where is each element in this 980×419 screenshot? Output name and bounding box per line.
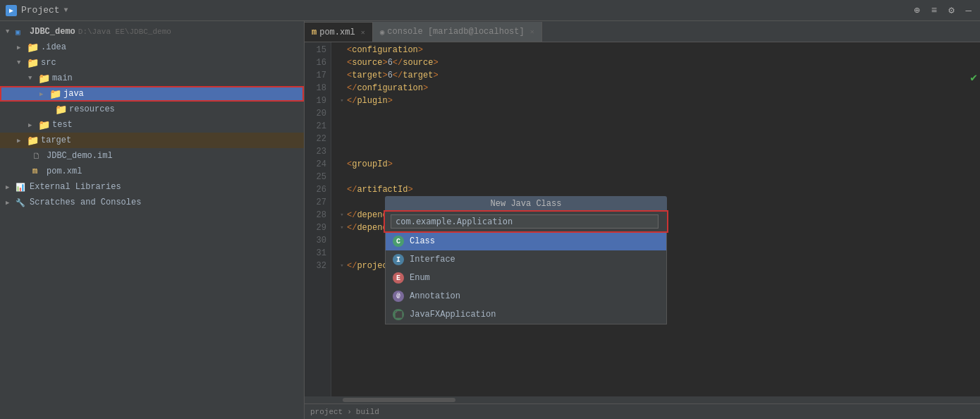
- project-dropdown-icon[interactable]: ▼: [64, 6, 68, 14]
- tree-item-idea[interactable]: ▶ 📁 .idea: [0, 40, 304, 55]
- popup-item-annotation[interactable]: @ Annotation: [386, 287, 666, 305]
- code-line-22: [337, 133, 980, 145]
- sidebar: ▼ ▣ JDBC_demo D:\Java EE\JDBC_demo ▶ 📁 .…: [0, 21, 305, 419]
- popup-items-list: C Class I Interface E Enum: [385, 231, 667, 324]
- tab-pom-label: pom.xml: [319, 28, 355, 37]
- project-label: Project: [21, 5, 60, 16]
- tree-item-src[interactable]: ▼ 📁 src: [0, 55, 304, 71]
- code-line-19: ▾ </plugin>: [337, 95, 980, 107]
- code-line-23: [337, 145, 980, 158]
- popup-item-javafx-label: JavaFXApplication: [410, 310, 496, 320]
- code-line-15: <configuration>: [337, 44, 980, 56]
- line-numbers: 15 16 17 18 19 20 21 22 23 24 25 26 27 2…: [305, 42, 331, 396]
- javafx-icon: ⬛: [393, 309, 404, 320]
- main-container: ▼ ▣ JDBC_demo D:\Java EE\JDBC_demo ▶ 📁 .…: [0, 21, 980, 419]
- tree-item-main[interactable]: ▼ 📁 main: [0, 71, 304, 86]
- code-line-21: [337, 120, 980, 133]
- tab-pom-icon: m: [312, 28, 317, 37]
- editor-tabs: m pom.xml ✕ ◉ console [mariadb@localhost…: [305, 21, 980, 42]
- popup-item-class[interactable]: C Class: [386, 232, 666, 250]
- tree-item-external-libs[interactable]: ▶ 📊 External Libraries: [0, 179, 304, 195]
- settings-icon[interactable]: ≡: [929, 4, 940, 18]
- tree-item-resources[interactable]: 📁 resources: [0, 102, 304, 117]
- add-icon[interactable]: ⊕: [911, 3, 922, 18]
- minimize-icon[interactable]: —: [963, 4, 974, 18]
- checkmark-indicator: ✔: [970, 71, 977, 85]
- popup-item-enum-label: Enum: [410, 273, 430, 283]
- tree-item-java[interactable]: ▶ 📁 java: [0, 86, 304, 102]
- popup-item-javafx[interactable]: ⬛ JavaFXApplication: [386, 305, 666, 324]
- code-line-20: [337, 107, 980, 120]
- code-line-16: <source>6</source>: [337, 56, 980, 69]
- editor-area: m pom.xml ✕ ◉ console [mariadb@localhost…: [305, 21, 980, 419]
- editor-content: 15 16 17 18 19 20 21 22 23 24 25 26 27 2…: [305, 42, 980, 396]
- project-tree: ▼ ▣ JDBC_demo D:\Java EE\JDBC_demo ▶ 📁 .…: [0, 21, 304, 419]
- title-bar-actions: ⊕ ≡ ⚙ —: [911, 3, 974, 18]
- tab-console-label: console [mariadb@localhost]: [387, 27, 524, 37]
- code-line-26: </artifactId>: [337, 183, 980, 196]
- tree-item-scratches[interactable]: ▶ 🔧 Scratches and Consoles: [0, 195, 304, 210]
- scrollbar-thumb[interactable]: [343, 398, 455, 402]
- popup-item-enum[interactable]: E Enum: [386, 269, 666, 287]
- tab-console[interactable]: ◉ console [mariadb@localhost] ✕: [373, 22, 542, 42]
- code-area[interactable]: <configuration> <source>6</source>: [331, 42, 980, 396]
- popup-item-annotation-label: Annotation: [410, 291, 460, 301]
- new-java-class-popup: New Java Class C Class: [385, 196, 667, 324]
- code-line-18: </configuration>: [337, 82, 980, 95]
- tree-root[interactable]: ▼ ▣ JDBC_demo D:\Java EE\JDBC_demo: [0, 24, 304, 40]
- status-bar: project › build: [305, 403, 980, 419]
- status-project: project: [310, 408, 343, 416]
- popup-item-class-label: Class: [410, 236, 435, 246]
- popup-item-interface-label: Interface: [410, 255, 455, 265]
- popup-item-interface[interactable]: I Interface: [386, 250, 666, 269]
- title-bar-left: ▶ Project ▼: [6, 5, 68, 16]
- enum-icon: E: [393, 272, 404, 284]
- class-icon: C: [393, 236, 404, 247]
- popup-class-name-input[interactable]: [391, 214, 659, 229]
- status-separator: ›: [347, 408, 352, 416]
- popup-anchor: New Java Class C Class: [337, 120, 980, 133]
- popup-title: New Java Class: [385, 196, 667, 212]
- code-line-24: <groupId>: [337, 158, 980, 171]
- tree-item-pom-xml[interactable]: m pom.xml: [0, 164, 304, 179]
- tab-console-icon: ◉: [380, 28, 385, 37]
- tree-item-test[interactable]: ▶ 📁 test: [0, 117, 304, 133]
- tree-item-target[interactable]: ▶ 📁 target: [0, 133, 304, 148]
- title-bar: ▶ Project ▼ ⊕ ≡ ⚙ —: [0, 0, 980, 21]
- popup-input-row: [385, 212, 667, 231]
- tree-item-iml[interactable]: 🗋 JDBC_demo.iml: [0, 148, 304, 164]
- interface-icon: I: [393, 254, 404, 265]
- tab-pom-close[interactable]: ✕: [361, 28, 365, 37]
- annotation-icon: @: [393, 291, 404, 302]
- horizontal-scrollbar[interactable]: [305, 396, 980, 403]
- tab-console-close[interactable]: ✕: [530, 28, 534, 36]
- project-icon: ▶: [6, 5, 17, 16]
- tab-pom-xml[interactable]: m pom.xml ✕: [305, 22, 373, 42]
- code-line-17: <target>6</target>: [337, 69, 980, 82]
- code-line-25: [337, 171, 980, 183]
- gear-icon[interactable]: ⚙: [945, 3, 957, 18]
- status-build: build: [356, 408, 379, 416]
